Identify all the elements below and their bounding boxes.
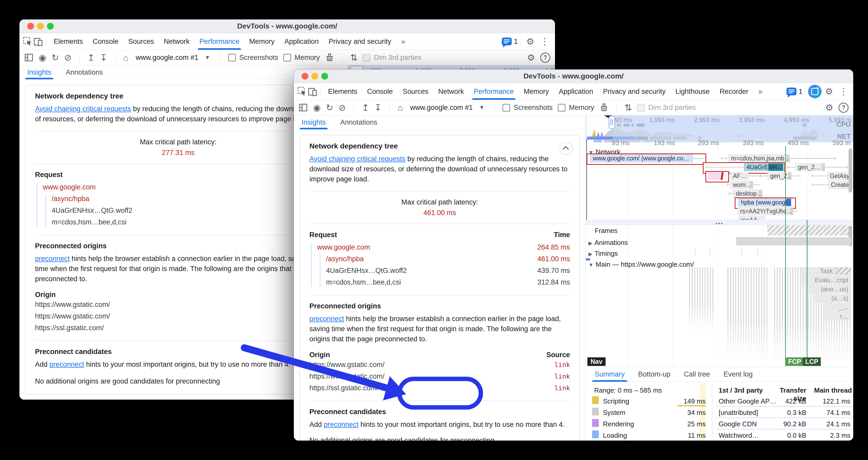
frames-track-label[interactable]: Frames: [595, 227, 618, 235]
screenshots-checkbox[interactable]: [228, 54, 236, 61]
panel-settings-gear-icon[interactable]: ⚙: [527, 53, 535, 62]
toggle-sidebar-icon[interactable]: [24, 53, 33, 62]
settings-gear-icon[interactable]: ⚙: [526, 37, 534, 46]
tab-application[interactable]: Application: [280, 33, 324, 50]
tab-privacy-security[interactable]: Privacy and security: [598, 83, 671, 100]
record-icon[interactable]: ◉: [313, 103, 321, 112]
garbage-collect-icon[interactable]: [599, 103, 609, 112]
window-titlebar[interactable]: DevTools - www.google.com/: [294, 69, 853, 83]
zoom-button[interactable]: [321, 73, 328, 79]
panel-settings-gear-icon[interactable]: ⚙: [826, 103, 833, 112]
target-select[interactable]: www.google.com #1 ▼: [408, 104, 487, 112]
tab-bottom-up[interactable]: Bottom-up: [638, 367, 671, 382]
network-request-bar[interactable]: desktop…: [733, 190, 762, 197]
tab-console[interactable]: Console: [362, 83, 398, 100]
timings-track-label[interactable]: ▶Timings: [588, 250, 618, 258]
request-row[interactable]: m=cdos,hsm…bee,d,csi 312.84 ms: [309, 276, 570, 288]
preconnect-link[interactable]: preconnect: [309, 315, 344, 323]
minimize-button[interactable]: [311, 73, 318, 79]
more-tabs-icon[interactable]: »: [753, 83, 768, 100]
tab-performance[interactable]: Performance: [469, 83, 519, 100]
network-request-bar[interactable]: hpba (www.googl…: [738, 198, 791, 206]
preconnect-link[interactable]: preconnect: [35, 255, 70, 263]
flame-async[interactable]: (a…s): [814, 294, 851, 302]
tab-elements[interactable]: Elements: [323, 83, 362, 100]
minimize-button[interactable]: [37, 23, 44, 30]
clear-icon[interactable]: ⊘: [64, 53, 71, 62]
collapse-tracks-icon[interactable]: ⇅: [624, 103, 632, 112]
screenshots-checkbox[interactable]: [503, 104, 510, 111]
reload-record-icon[interactable]: ↻: [52, 53, 59, 62]
close-button[interactable]: [302, 73, 308, 79]
source-link[interactable]: link: [554, 382, 570, 394]
inspect-icon[interactable]: [297, 86, 307, 97]
source-link[interactable]: link: [554, 370, 570, 382]
request-row[interactable]: 4UaGrENHsx…QtG.woff2: [35, 205, 321, 217]
tab-call-tree[interactable]: Call tree: [684, 367, 710, 382]
tab-recorder[interactable]: Recorder: [715, 83, 753, 100]
tab-performance[interactable]: Performance: [194, 33, 245, 50]
network-request-bar[interactable]: 4UaGrENH…: [744, 163, 783, 171]
avoid-chaining-link[interactable]: Avoid chaining critical requests: [309, 155, 405, 163]
download-profile-icon[interactable]: ↧: [374, 103, 382, 112]
flame-anonymous[interactable]: (ano…us): [807, 285, 851, 293]
tab-sources[interactable]: Sources: [123, 33, 159, 50]
tab-network[interactable]: Network: [433, 83, 469, 100]
main-track-label[interactable]: ▼Main — https://www.google.com/: [588, 260, 694, 268]
tab-event-log[interactable]: Event log: [723, 367, 753, 382]
legend-value[interactable]: 34 ms: [677, 409, 706, 417]
dim-3rd-parties-checkbox[interactable]: [363, 54, 370, 61]
fcp-marker[interactable]: FCP: [785, 357, 804, 366]
network-request-bar[interactable]: www.google.com/ (www.google.co…: [590, 155, 693, 162]
toggle-sidebar-icon[interactable]: [299, 103, 308, 112]
preconnect-link[interactable]: preconnect: [324, 421, 359, 428]
request-row[interactable]: www.google.com: [35, 182, 321, 193]
tab-memory[interactable]: Memory: [244, 33, 280, 50]
request-row[interactable]: m=cdos,hsm…bee,d,csi: [35, 217, 321, 228]
avoid-chaining-link[interactable]: Avoid chaining critical requests: [35, 105, 131, 113]
tab-network[interactable]: Network: [159, 33, 194, 50]
request-row[interactable]: www.google.com 264.85 ms: [309, 241, 570, 253]
flame-evaluate-script[interactable]: Evalu…cript: [800, 276, 851, 284]
help-icon[interactable]: ?: [540, 53, 550, 63]
flame-underscore[interactable]: _…: [825, 303, 851, 311]
collapse-tracks-icon[interactable]: ⇅: [350, 53, 358, 62]
preconnect-link[interactable]: preconnect: [50, 360, 84, 368]
timeline-minimap[interactable]: 93 ms 1,993 ms 2,993 ms 3,993 ms 4,993 m…: [586, 115, 853, 142]
tab-insights[interactable]: Insights: [27, 65, 51, 79]
tab-insights[interactable]: Insights: [302, 115, 326, 129]
settings-gear-icon[interactable]: ⚙: [825, 87, 833, 96]
download-profile-icon[interactable]: ↧: [100, 53, 107, 62]
request-row[interactable]: /async/hpba 461.00 ms: [309, 253, 570, 265]
issues-icon[interactable]: [786, 88, 797, 95]
dim-3rd-parties-checkbox[interactable]: [637, 104, 645, 111]
tab-memory[interactable]: Memory: [519, 83, 554, 100]
upload-profile-icon[interactable]: ↥: [87, 53, 95, 62]
request-row[interactable]: /async/hpba: [35, 193, 321, 205]
table-header[interactable]: Main thread tim: [814, 386, 853, 394]
tab-application[interactable]: Application: [554, 83, 598, 100]
table-row-name[interactable]: [unattributed]: [719, 409, 758, 417]
garbage-collect-icon[interactable]: [325, 53, 334, 62]
network-request-bar[interactable]: gen_2…: [768, 172, 792, 180]
target-select[interactable]: www.google.com #1 ▼: [133, 54, 212, 62]
legend-value[interactable]: 25 ms: [677, 420, 706, 428]
more-options-icon[interactable]: ⋮: [540, 36, 549, 47]
network-request-bar[interactable]: rs=AA…: [738, 216, 765, 220]
flame-task[interactable]: Task: [800, 267, 836, 275]
tab-sources[interactable]: Sources: [398, 83, 433, 100]
tab-console[interactable]: Console: [88, 33, 123, 50]
network-request-bar[interactable]: gen_2…: [795, 163, 825, 171]
nav-marker[interactable]: Nav: [587, 357, 606, 366]
collapse-card-button[interactable]: [560, 142, 572, 155]
network-request-bar[interactable]: m=cdos,hsm,jsa,mb…: [728, 155, 790, 162]
more-options-icon[interactable]: ⋮: [839, 86, 848, 97]
lcp-marker[interactable]: LCP: [803, 357, 821, 366]
upload-profile-icon[interactable]: ↥: [362, 103, 369, 112]
tab-elements[interactable]: Elements: [49, 33, 88, 50]
more-tabs-icon[interactable]: »: [396, 33, 410, 50]
network-request-bar[interactable]: rs=AA2YrTvgUhc…: [738, 207, 793, 215]
minimap-drag-handle[interactable]: [609, 116, 615, 129]
home-icon[interactable]: ⌂: [123, 53, 129, 62]
network-request-bar[interactable]: wom…: [730, 181, 753, 189]
